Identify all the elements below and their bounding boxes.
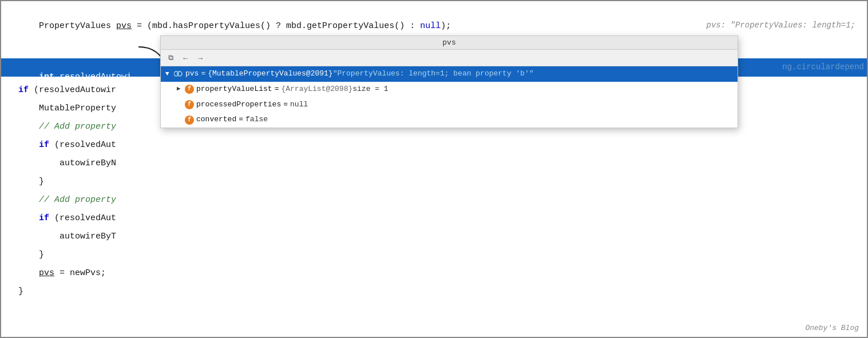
proc-value: null	[290, 99, 308, 111]
row-converted[interactable]: f converted = false	[161, 112, 738, 128]
right-hint-selected: ng.circulardepend	[782, 62, 864, 71]
popup-title-bar: pvs	[161, 36, 738, 50]
popup-rows: ▼ pvs = {MutablePropertyValues@2091} "Pr…	[161, 66, 738, 128]
type-icon-pvs	[173, 69, 184, 78]
code-line-7: }	[1, 173, 867, 191]
svg-point-1	[177, 71, 182, 76]
copy-icon: ⧉	[168, 53, 173, 62]
expand-icon-pvlist: ▶	[177, 84, 185, 94]
popup-toolbar: ⧉ ← →	[161, 50, 738, 66]
row-propertyvaluelist[interactable]: ▶ f propertyValueList = {ArrayList@2098}…	[161, 82, 738, 97]
var-proc: processedProperties	[196, 99, 281, 111]
pvlist-size: size = 1	[352, 83, 388, 96]
back-button[interactable]: ←	[179, 51, 192, 64]
code-line-9: if (resolvedAut	[1, 209, 867, 228]
var-pvs: pvs	[185, 68, 199, 80]
row-processedproperties[interactable]: f processedProperties = null	[161, 97, 738, 113]
pvs-string: "PropertyValues: length=1; bean property…	[333, 68, 534, 80]
code-line-11: }	[1, 246, 867, 264]
var-conv: converted	[196, 114, 236, 126]
editor-background: PropertyValues pvs = (mbd.hasPropertyVal…	[1, 1, 867, 337]
field-icon-proc: f	[185, 100, 194, 109]
var-pvlist: propertyValueList	[196, 83, 272, 96]
copy-button[interactable]: ⧉	[164, 51, 177, 64]
forward-icon: →	[197, 54, 204, 62]
popup-title: pvs	[442, 38, 455, 47]
code-line-10: autowireByT	[1, 228, 867, 246]
back-icon: ←	[182, 54, 189, 62]
field-icon-conv: f	[185, 116, 194, 125]
code-line-5: if (resolvedAut	[1, 136, 867, 154]
forward-button[interactable]: →	[194, 51, 207, 64]
code-line-6: autowireByN	[1, 154, 867, 173]
field-icon-pvlist: f	[185, 85, 194, 94]
expand-icon-pvs: ▼	[165, 69, 173, 79]
conv-value: false	[245, 114, 268, 126]
code-line-13: }	[1, 283, 867, 301]
pvlist-value: {ArrayList@2098}	[281, 83, 352, 96]
code-line-12: pvs = newPvs;	[1, 264, 867, 283]
debug-popup: pvs ⧉ ← → ▼ pvs =	[160, 35, 738, 128]
right-hint: pvs: "PropertyValues: length=1;	[687, 11, 855, 39]
pvs-value: {MutablePropertyValues@2091}	[208, 68, 332, 80]
watermark: Oneby's Blog	[805, 324, 859, 332]
row-pvs[interactable]: ▼ pvs = {MutablePropertyValues@2091} "Pr…	[161, 66, 738, 82]
code-line-8: // Add property	[1, 191, 867, 209]
